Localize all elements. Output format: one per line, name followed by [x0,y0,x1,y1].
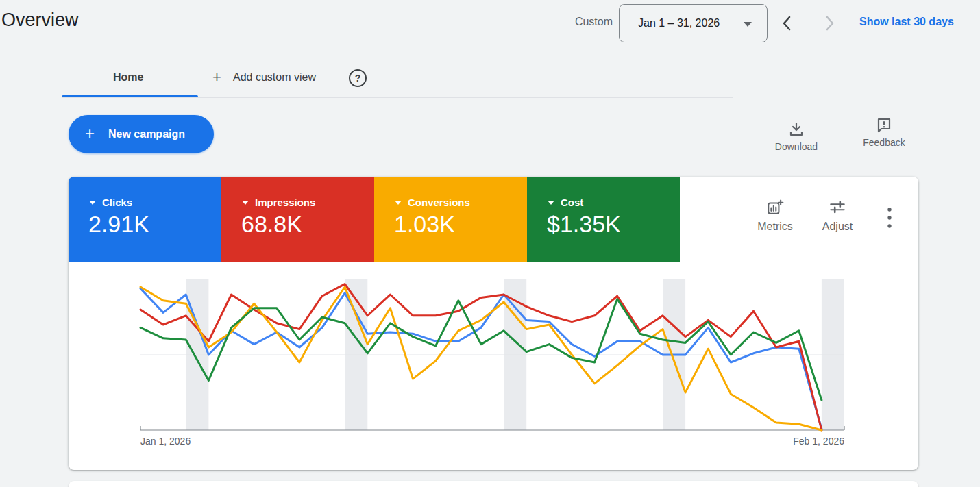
chevron-left-icon [776,12,798,34]
caret-down-icon [548,201,554,205]
metrics-label: Metrics [750,221,800,233]
series-line-impressions [140,284,822,430]
x-axis-end-label: Feb 1, 2026 [762,436,844,447]
next-period-button[interactable] [818,12,840,34]
overflow-menu-button[interactable] [880,204,899,232]
download-button[interactable]: Download [769,121,824,152]
tab-add-custom-view[interactable]: Add custom view [233,71,316,84]
metrics-icon [766,198,784,216]
scorecard-label: Cost [561,197,583,208]
scorecard-label: Conversions [408,197,470,208]
feedback-label: Feedback [857,137,911,148]
scorecard-clicks[interactable]: Clicks 2.91K [69,177,221,262]
help-icon[interactable]: ? [349,69,367,87]
scorecard-label: Clicks [102,197,132,208]
show-last-30-days-link[interactable]: Show last 30 days [859,16,954,28]
series-line-clicks [140,288,822,429]
metrics-button[interactable]: Metrics [750,198,800,233]
date-range-mode-label: Custom [566,16,613,28]
download-icon [788,121,805,138]
scorecard-impressions[interactable]: Impressions 68.8K [221,177,374,262]
adjust-button[interactable]: Adjust [812,198,863,233]
scorecard-value: 1.03K [394,211,455,238]
tabs-divider [62,97,733,98]
scorecard-cost[interactable]: Cost $1.35K [527,177,680,262]
new-campaign-label: New campaign [108,128,185,140]
series-line-conversions [140,287,822,430]
chevron-right-icon [818,12,840,34]
scorecard-label: Impressions [255,197,315,208]
page-title: Overview [1,10,79,31]
feedback-icon [876,117,892,134]
x-axis-start-label: Jan 1, 2026 [140,436,191,447]
scorecard-value: $1.35K [547,211,621,238]
plus-icon: + [85,124,95,143]
caret-down-icon [89,201,96,205]
adjust-icon [829,198,846,216]
feedback-button[interactable]: Feedback [857,117,911,148]
caret-down-icon [242,201,249,205]
adjust-label: Adjust [812,221,863,233]
overview-summary-card: Clicks 2.91K Impressions 68.8K Conversio… [69,177,918,470]
new-campaign-button[interactable]: + New campaign [69,115,214,153]
scorecard-value: 2.91K [88,211,149,238]
caret-down-icon [395,201,402,205]
date-range-value: Jan 1 – 31, 2026 [638,17,720,29]
plus-icon: + [212,68,221,86]
next-section-card [69,481,918,487]
download-label: Download [769,141,824,152]
scorecard-conversions[interactable]: Conversions 1.03K [374,177,527,262]
kebab-menu-icon [880,204,899,232]
tab-home[interactable]: Home [113,71,143,84]
caret-down-icon [744,22,752,27]
scorecard-value: 68.8K [241,211,302,238]
date-range-picker[interactable]: Jan 1 – 31, 2026 [619,4,768,42]
series-line-cost [140,299,822,400]
previous-period-button[interactable] [776,12,798,34]
